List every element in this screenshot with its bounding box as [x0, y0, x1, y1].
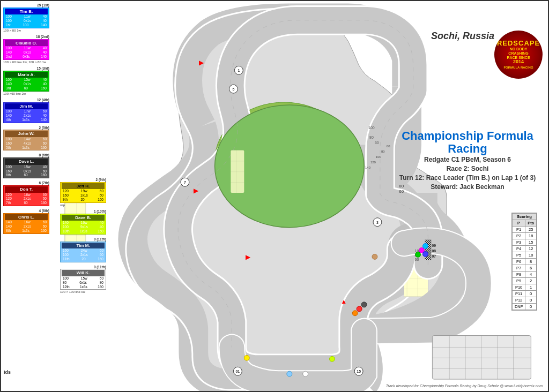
svg-text:▶: ▶ [246, 253, 251, 261]
scoring-row: P510 [512, 252, 536, 259]
scoring-row: P84 [512, 272, 536, 278]
row2-1: 1000x1s40 [5, 19, 48, 23]
svg-point-49 [416, 252, 421, 257]
scoring-title: Scoring [512, 214, 536, 220]
player-card-dave-b: 1 (10th) Dave B. 14016w40 1009x1s40 10th… [60, 209, 106, 235]
scoring-pos: P2 [512, 233, 525, 239]
scoring-pos: P5 [512, 252, 525, 259]
player-card-john: 2 (5th) John W. 10014w60 1604x1s60 5th1x… [3, 126, 49, 152]
scoring-row: P412 [512, 246, 536, 252]
scoring-pos: P6 [512, 259, 525, 265]
svg-point-58 [303, 371, 308, 376]
player-card-claudio: 18 (2nd) Claudio O. 10011w40 1400x1s40 2… [3, 35, 49, 64]
svg-text:01: 01 [236, 370, 240, 373]
svg-point-50 [422, 251, 428, 257]
scoring-pos: P9 [512, 278, 525, 284]
scoring-row: P101 [512, 284, 536, 291]
scoring-row: P76 [512, 265, 536, 272]
svg-text:80: 80 [381, 150, 385, 153]
player-card-don: 6 (7th) Don T. 12016w60 1202x1s60 7th601… [3, 181, 49, 207]
scoring-row: P218 [512, 233, 536, 239]
scoring-header-pts: Pts [525, 220, 537, 227]
logo-area: REDSCAPE NO BODY CRASHING RACE SINCE 201… [494, 31, 543, 79]
scoring-pts: 6 [525, 265, 537, 272]
race-subtitle1: Redgate C1 PBeM, Season 6 [392, 155, 543, 164]
ids-label: Ids [4, 370, 11, 375]
scoring-pos: P12 [512, 297, 525, 304]
scoring-pos: DNF [512, 304, 525, 310]
svg-text:140: 140 [365, 166, 371, 169]
scoring-pos: P3 [512, 239, 525, 246]
svg-text:7: 7 [184, 180, 186, 184]
scoring-pos: P10 [512, 284, 525, 291]
svg-text:100: 100 [368, 126, 375, 130]
player-card-mario: 15 (3rd) Mario A. 10015w40 1400x1s40 3rd… [3, 66, 49, 96]
svg-point-54 [352, 311, 358, 316]
scoring-table: Scoring P Pts P125P218P315P412P510P68P76… [511, 213, 537, 311]
svg-text:07: 07 [432, 254, 436, 258]
svg-text:60: 60 [387, 145, 390, 148]
scoring-pos: P8 [512, 272, 525, 278]
svg-text:80: 80 [369, 135, 374, 139]
player-card-jeff: 2 (9th) Jeff H. 12019w60 1601x1s60 9th20… [60, 178, 106, 207]
race-subtitle4: Steward: Jack Beckman [392, 183, 543, 192]
scoring-pts: 0 [525, 304, 537, 310]
scoring-row: P92 [512, 278, 536, 284]
svg-text:60: 60 [375, 141, 379, 145]
svg-text:3: 3 [376, 221, 379, 224]
svg-text:120: 120 [370, 161, 376, 164]
scoring-pts: 10 [525, 252, 537, 259]
svg-text:15: 15 [357, 370, 361, 373]
scoring-pts: 0 [525, 297, 537, 304]
scoring-row: P68 [512, 259, 536, 265]
scoring-pts: 15 [525, 239, 537, 246]
svg-point-55 [244, 355, 249, 360]
rank-2: 18 (2nd) [3, 35, 49, 39]
svg-point-56 [329, 356, 335, 361]
svg-rect-12 [231, 150, 244, 193]
scoring-pts: 12 [525, 246, 537, 252]
scoring-pts: 2 [525, 278, 537, 284]
rank-1: 25 (1st) [3, 3, 49, 7]
row3-1: 1st100140 [5, 23, 48, 27]
scoring-pts: 0 [525, 291, 537, 297]
race-subtitle2: Race 2: Sochi [392, 164, 543, 174]
svg-rect-35 [432, 336, 531, 380]
location-label: Sochi, Russia [431, 31, 494, 42]
scoring-pts: 8 [525, 259, 537, 265]
svg-text:60: 60 [415, 258, 419, 261]
name-1: Tim B. [5, 9, 48, 15]
svg-text:09: 09 [432, 244, 436, 247]
scoring-row: P315 [512, 239, 536, 246]
scoring-pts: 1 [525, 284, 537, 291]
player-cards-left: 25 (1st) Tim B. 10011w40 1000x1s40 1st10… [3, 3, 51, 235]
svg-point-53 [357, 306, 362, 312]
svg-text:▶: ▶ [199, 59, 204, 66]
player-card-tim: 25 (1st) Tim B. 10011w40 1000x1s40 1st10… [3, 3, 49, 33]
svg-point-57 [287, 371, 292, 376]
scoring-pos: P11 [512, 291, 525, 297]
svg-text:5: 5 [232, 87, 234, 91]
player-card-will: 0 (11th) Will K. 10015w60 806x1s80 12th1… [60, 265, 106, 295]
name-2: Claudio O. [5, 40, 48, 47]
scoring-pts: 18 [525, 233, 537, 239]
scoring-pts: 25 [525, 227, 537, 233]
scoring-row: P110 [512, 291, 536, 297]
main-container: 80 60 1 3 5 7 15 01 80 60 100 ▶ ▶ ▶ ▲ [0, 0, 549, 392]
player-card-dave-l: 8 (6th) Dave L. 10015w40 1600x1s60 6th60… [3, 153, 49, 179]
scoring-row: P125 [512, 227, 536, 233]
svg-point-47 [422, 244, 428, 249]
svg-point-52 [361, 302, 367, 307]
svg-text:▲: ▲ [340, 298, 347, 305]
race-info-panel: Championship Formula Racing Redgate C1 P… [392, 130, 543, 192]
scoring-pos: P1 [512, 227, 525, 233]
footer-1: 100 > 80 1w [3, 29, 49, 33]
row1-1: 10011w40 [5, 14, 48, 19]
race-title: Championship Formula Racing [392, 130, 543, 155]
svg-text:1: 1 [238, 69, 240, 72]
player-card-jim: 12 (4th) Jim M. 10017w60 1402x1s40 4th1x… [3, 98, 49, 124]
scoring-row: DNF0 [512, 304, 536, 310]
scoring-pos: P7 [512, 265, 525, 272]
scoring-pos: P4 [512, 246, 525, 252]
scoring-header-pos: P [512, 220, 525, 227]
